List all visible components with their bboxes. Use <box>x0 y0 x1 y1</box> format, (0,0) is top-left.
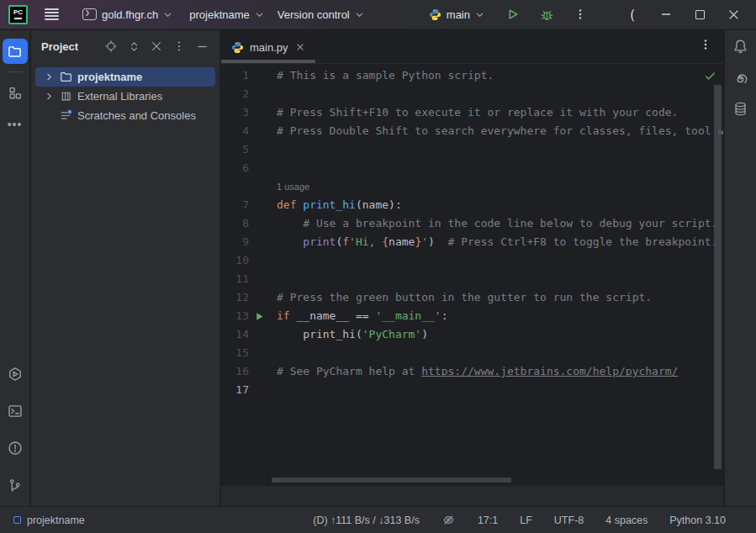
code-text[interactable]: def print_hi(name): <box>277 196 402 214</box>
panel-options-button[interactable] <box>172 39 187 54</box>
remote-host-widget[interactable]: gold.fhgr.ch <box>77 5 177 24</box>
tab-main-py[interactable]: main.py <box>221 30 313 64</box>
terminal-tool-button[interactable] <box>3 398 28 424</box>
code-text[interactable]: # Press Double Shift to search everywher… <box>277 122 723 140</box>
notifications-button[interactable] <box>732 39 748 55</box>
expand-icon <box>128 40 140 53</box>
debug-button[interactable] <box>533 4 561 25</box>
caret-position-widget[interactable]: 17:1 <box>476 512 500 529</box>
line-number[interactable]: 7 <box>221 196 249 214</box>
vertical-scrollbar[interactable] <box>714 85 722 469</box>
code-line: 8 # Use a breakpoint in the code line be… <box>221 214 723 233</box>
chevron-down-icon <box>163 10 172 19</box>
project-panel: Project <box>31 30 220 506</box>
line-number[interactable]: 3 <box>221 103 249 122</box>
more-actions-button[interactable] <box>568 5 593 24</box>
collapse-all-button[interactable] <box>149 39 164 54</box>
code-text[interactable]: # Press the green button in the gutter t… <box>277 288 652 307</box>
hide-panel-button[interactable] <box>194 39 209 54</box>
tree-item-projektname[interactable]: projektname <box>35 67 215 87</box>
problems-icon <box>8 441 23 456</box>
indent-widget[interactable]: 4 spaces <box>604 512 649 529</box>
expand-all-button[interactable] <box>126 39 141 54</box>
code-text[interactable]: # Press Shift+F10 to execute it or repla… <box>277 103 678 122</box>
code-text[interactable]: # See PyCharm help at https://www.jetbra… <box>277 362 678 381</box>
maximize-button[interactable] <box>685 3 714 25</box>
line-number[interactable]: 14 <box>221 325 249 344</box>
code-text[interactable]: if __name__ == '__main__': <box>277 307 448 325</box>
tree-item-external-libraries[interactable]: External Libraries <box>35 87 215 106</box>
gutter-run-button[interactable] <box>251 307 267 325</box>
services-tool-button[interactable] <box>3 361 28 387</box>
main-menu-button[interactable] <box>38 3 66 25</box>
interpreter-widget[interactable]: Python 3.10 <box>668 512 727 529</box>
kebab-icon <box>700 39 711 50</box>
crescent-icon: ( <box>630 7 635 23</box>
line-number[interactable]: 5 <box>221 140 249 159</box>
tree-item-scratches[interactable]: Scratches and Consoles <box>35 106 215 125</box>
problems-tool-button[interactable] <box>3 435 28 461</box>
code-text[interactable]: # This is a sample Python script. <box>277 66 494 85</box>
gutter <box>251 233 267 251</box>
code-lines: 1# This is a sample Python script.23# Pr… <box>221 66 723 399</box>
active-tab-underline <box>221 60 315 63</box>
project-widget[interactable]: projektname <box>184 5 269 24</box>
encoding-widget[interactable]: UTF-8 <box>552 512 585 529</box>
minimize-button[interactable] <box>652 3 680 25</box>
window-shade-button[interactable]: ( <box>618 3 647 25</box>
library-icon <box>59 90 73 103</box>
chevron-right-icon[interactable] <box>43 72 55 82</box>
version-control-tool-button[interactable] <box>3 472 28 498</box>
remote-host-label: gold.fhgr.ch <box>102 8 158 21</box>
network-speed-widget[interactable]: (D) ↑111 B/s / ↓313 B/s <box>311 512 421 529</box>
ellipsis-icon: ••• <box>8 118 23 131</box>
folder-icon <box>8 45 22 59</box>
python-icon <box>231 41 244 54</box>
status-project-widget[interactable]: projektname <box>8 512 90 529</box>
line-number[interactable]: 2 <box>221 85 249 103</box>
usage-inlay-hint[interactable]: 1 usage <box>221 177 723 196</box>
editor-options-button[interactable] <box>700 39 711 50</box>
line-number[interactable]: 16 <box>221 362 249 381</box>
inspections-disabled-button[interactable] <box>440 510 457 530</box>
ai-assistant-button[interactable] <box>732 70 748 86</box>
run-configuration-widget[interactable]: main <box>424 5 489 24</box>
chevron-right-icon[interactable] <box>43 92 55 101</box>
locate-file-button[interactable] <box>103 39 119 54</box>
code-line: 17 <box>221 381 723 399</box>
left-activity-bar: ••• <box>0 30 30 506</box>
line-number[interactable]: 17 <box>221 381 249 399</box>
line-number[interactable]: 13 <box>221 307 249 325</box>
minimize-icon <box>661 9 671 19</box>
horizontal-scrollbar[interactable] <box>272 478 511 483</box>
line-number[interactable]: 9 <box>221 233 249 251</box>
chevron-down-icon <box>355 10 364 19</box>
line-number[interactable]: 6 <box>221 159 249 177</box>
tab-close-button[interactable] <box>296 43 304 51</box>
gutter <box>251 325 267 344</box>
line-separator-widget[interactable]: LF <box>518 512 534 529</box>
gutter <box>251 381 267 399</box>
line-number[interactable]: 10 <box>221 251 249 270</box>
code-text[interactable]: # Use a breakpoint in the code line belo… <box>277 214 717 233</box>
inspection-ok-icon[interactable] <box>704 70 716 82</box>
code-text[interactable]: print(f'Hi, {name}') # Press Ctrl+F8 to … <box>277 233 717 251</box>
line-number[interactable]: 1 <box>221 66 249 85</box>
run-button[interactable] <box>500 4 526 24</box>
line-number[interactable]: 11 <box>221 270 249 288</box>
structure-tool-button[interactable] <box>3 80 28 105</box>
pycharm-logo-icon: PC <box>8 5 28 24</box>
project-tool-button[interactable] <box>3 39 28 64</box>
database-button[interactable] <box>732 101 748 117</box>
more-tool-windows-button[interactable]: ••• <box>3 112 28 137</box>
close-button[interactable] <box>719 3 748 25</box>
code-text[interactable]: print_hi('PyCharm') <box>277 325 428 344</box>
line-number[interactable]: 8 <box>221 214 249 233</box>
line-number[interactable]: 12 <box>221 288 249 307</box>
divider <box>7 71 24 72</box>
line-number[interactable]: 15 <box>221 344 249 362</box>
code-area[interactable]: 1# This is a sample Python script.23# Pr… <box>221 64 723 485</box>
structure-icon <box>8 86 22 100</box>
line-number[interactable]: 4 <box>221 122 249 140</box>
vcs-widget[interactable]: Version control <box>272 5 369 24</box>
